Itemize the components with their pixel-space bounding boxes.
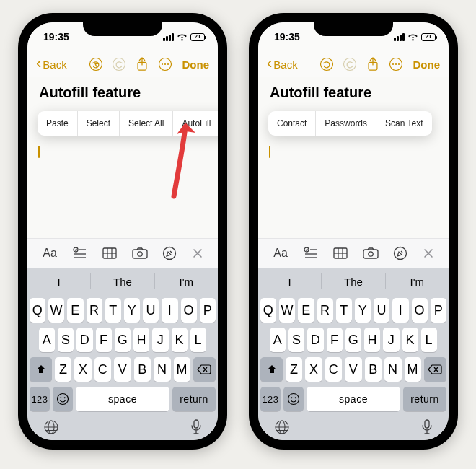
key-s[interactable]: S <box>288 328 304 352</box>
key-z[interactable]: Z <box>55 357 71 382</box>
camera-button[interactable] <box>129 242 151 264</box>
key-t[interactable]: T <box>336 298 352 323</box>
menu-select[interactable]: Select <box>78 111 120 136</box>
key-h[interactable]: H <box>133 328 149 352</box>
note-body[interactable]: Autofill feature Contact Passwords Scan … <box>258 77 449 238</box>
key-y[interactable]: Y <box>355 298 371 323</box>
globe-button[interactable] <box>43 419 59 437</box>
markup-button[interactable] <box>159 242 180 264</box>
key-backspace[interactable] <box>424 357 446 382</box>
key-u[interactable]: U <box>143 298 159 323</box>
key-a[interactable]: A <box>39 328 55 352</box>
key-w[interactable]: W <box>279 298 295 323</box>
back-button[interactable]: ‹ Back <box>267 57 298 71</box>
key-g[interactable]: G <box>345 328 361 352</box>
prediction-3[interactable]: I'm <box>386 268 449 295</box>
key-p[interactable]: P <box>431 298 446 323</box>
markup-button[interactable] <box>389 242 411 264</box>
key-shift[interactable] <box>260 357 283 382</box>
key-c[interactable]: C <box>325 357 342 382</box>
key-f[interactable]: F <box>96 328 112 352</box>
share-button[interactable] <box>132 54 152 74</box>
note-body[interactable]: Autofill feature Paste Select Select All… <box>27 77 218 238</box>
key-v[interactable]: V <box>114 357 131 382</box>
key-j[interactable]: J <box>383 328 399 352</box>
key-e[interactable]: E <box>67 298 83 323</box>
key-x[interactable]: X <box>305 357 322 382</box>
key-r[interactable]: R <box>87 298 102 323</box>
key-f[interactable]: F <box>327 328 343 352</box>
key-emoji[interactable] <box>283 387 304 411</box>
key-q[interactable]: Q <box>30 298 45 323</box>
key-q[interactable]: Q <box>260 298 276 323</box>
menu-paste[interactable]: Paste <box>38 111 78 136</box>
key-b[interactable]: B <box>134 357 151 382</box>
prediction-2[interactable]: The <box>91 268 154 295</box>
dictation-button[interactable] <box>421 419 433 437</box>
key-k[interactable]: K <box>172 328 188 352</box>
checklist-button[interactable] <box>69 242 91 264</box>
checklist-button[interactable] <box>300 242 322 264</box>
redo-button[interactable] <box>109 54 129 74</box>
key-numbers[interactable]: 123 <box>260 387 281 411</box>
redo-button[interactable] <box>340 54 360 74</box>
key-m[interactable]: M <box>405 357 421 382</box>
key-h[interactable]: H <box>364 328 380 352</box>
prediction-1[interactable]: I <box>258 268 321 295</box>
done-button[interactable]: Done <box>413 58 441 71</box>
done-button[interactable]: Done <box>182 58 210 71</box>
key-space[interactable]: space <box>76 387 169 411</box>
key-e[interactable]: E <box>298 298 314 323</box>
back-button[interactable]: ‹ Back <box>36 57 67 71</box>
key-g[interactable]: G <box>115 328 131 352</box>
key-return[interactable]: return <box>172 387 216 411</box>
key-s[interactable]: S <box>58 328 74 352</box>
camera-button[interactable] <box>360 242 382 264</box>
key-y[interactable]: Y <box>124 298 140 323</box>
more-button[interactable] <box>155 54 175 74</box>
menu-passwords[interactable]: Passwords <box>316 111 376 136</box>
prediction-2[interactable]: The <box>322 268 384 295</box>
key-j[interactable]: J <box>152 328 168 352</box>
key-u[interactable]: U <box>374 298 389 323</box>
key-i[interactable]: I <box>392 298 408 323</box>
prediction-3[interactable]: I'm <box>155 268 218 295</box>
key-i[interactable]: I <box>162 298 177 323</box>
key-n[interactable]: N <box>154 357 170 382</box>
key-v[interactable]: V <box>345 357 361 382</box>
key-numbers[interactable]: 123 <box>30 387 50 411</box>
key-t[interactable]: T <box>105 298 121 323</box>
dictation-button[interactable] <box>190 419 202 437</box>
menu-autofill[interactable]: AutoFill <box>173 111 218 136</box>
prediction-1[interactable]: I <box>27 268 90 295</box>
key-o[interactable]: O <box>181 298 197 323</box>
key-b[interactable]: B <box>365 357 382 382</box>
globe-button[interactable] <box>274 419 290 437</box>
key-l[interactable]: L <box>190 328 206 352</box>
more-button[interactable] <box>386 54 406 74</box>
close-keyboard-button[interactable] <box>189 242 206 264</box>
menu-contact[interactable]: Contact <box>268 111 316 136</box>
key-d[interactable]: D <box>76 328 92 352</box>
key-o[interactable]: O <box>412 298 428 323</box>
key-z[interactable]: Z <box>286 357 302 382</box>
menu-select-all[interactable]: Select All <box>120 111 173 136</box>
key-shift[interactable] <box>30 357 52 382</box>
text-style-button[interactable]: Aa <box>270 242 291 264</box>
key-r[interactable]: R <box>317 298 333 323</box>
undo-button[interactable] <box>86 54 106 74</box>
key-c[interactable]: C <box>94 357 111 382</box>
menu-scan-text[interactable]: Scan Text <box>376 111 431 136</box>
key-d[interactable]: D <box>307 328 323 352</box>
key-return[interactable]: return <box>403 387 446 411</box>
close-keyboard-button[interactable] <box>420 242 437 264</box>
key-n[interactable]: N <box>384 357 401 382</box>
key-a[interactable]: A <box>270 328 286 352</box>
table-button[interactable] <box>99 242 120 264</box>
key-k[interactable]: K <box>402 328 418 352</box>
key-w[interactable]: W <box>48 298 64 323</box>
key-space[interactable]: space <box>307 387 400 411</box>
share-button[interactable] <box>363 54 383 74</box>
key-x[interactable]: X <box>74 357 91 382</box>
key-l[interactable]: L <box>421 328 437 352</box>
